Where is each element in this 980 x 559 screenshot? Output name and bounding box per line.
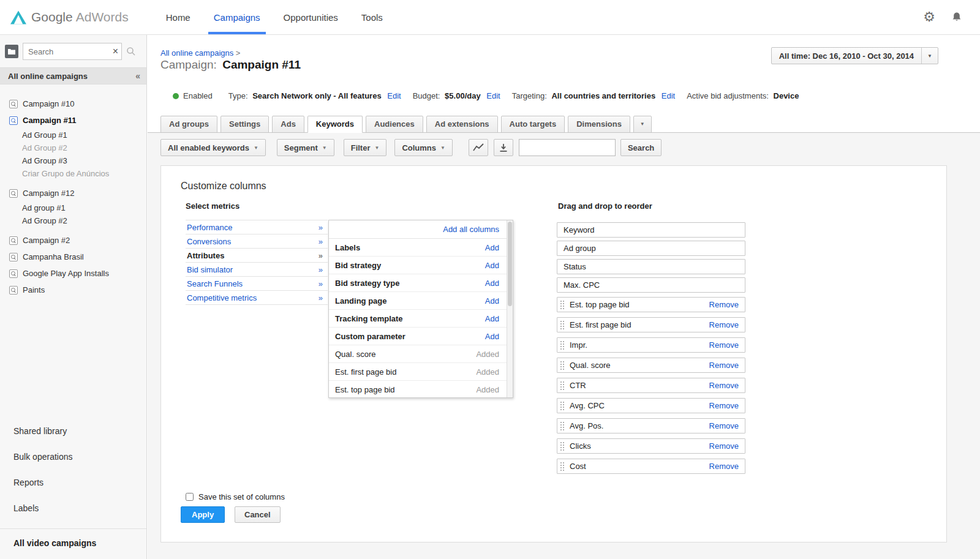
add-link[interactable]: Add [485,314,499,323]
remove-link[interactable]: Remove [709,320,739,329]
column-chip-draggable[interactable]: Avg. CPC Remove [557,398,745,413]
sidebar-item-ad-group-2[interactable]: Ad Group #2 [0,141,146,154]
apply-button[interactable]: Apply [181,506,225,523]
scrollbar-thumb[interactable] [508,222,512,306]
sidebar-item-campaign-11[interactable]: Campaign #11 [0,112,146,129]
sidebar-item-ad-group-1[interactable]: Ad Group #1 [0,129,146,141]
category-competitive-metrics[interactable]: Competitive metrics » [186,291,328,305]
tab-audiences[interactable]: Audiences [366,116,423,133]
keywords-filter-dropdown[interactable]: All enabled keywords ▼ [160,139,266,156]
tab-overflow-menu[interactable]: ▼ [633,116,652,133]
tab-keywords[interactable]: Keywords [307,116,363,133]
column-chip-draggable[interactable]: Impr. Remove [557,337,745,353]
columns-dropdown[interactable]: Columns ▼ [394,139,453,156]
sidebar-item-campaign-12[interactable]: Campaign #12 [0,185,146,201]
sidebar-item-campaign-10[interactable]: Campaign #10 [0,96,146,112]
drag-handle-icon[interactable] [560,421,565,431]
download-button[interactable] [494,139,513,156]
sidebar-item-ad-group-1b[interactable]: Ad group #1 [0,201,146,214]
adwords-logo[interactable]: Google AdWords [0,10,134,25]
column-chip-draggable[interactable]: Est. top page bid Remove [557,297,745,312]
remove-link[interactable]: Remove [709,462,739,471]
drag-handle-icon[interactable] [560,300,565,310]
nav-campaigns[interactable]: Campaigns [202,0,272,34]
metrics-scrollbar[interactable] [507,220,513,397]
category-search-funnels[interactable]: Search Funnels » [186,277,328,291]
breadcrumb-link-all-online-campaigns[interactable]: All online campaigns [160,48,233,58]
sidebar-item-bulk-operations[interactable]: Bulk operations [0,444,146,470]
save-columns-checkbox[interactable] [186,493,194,501]
column-chip-draggable[interactable]: Qual. score Remove [557,358,745,373]
tab-ads[interactable]: Ads [272,116,304,133]
edit-type-link[interactable]: Edit [387,91,401,100]
sidebar-item-paints[interactable]: Paints [0,282,146,298]
tab-dimensions[interactable]: Dimensions [568,116,630,133]
add-link[interactable]: Add [485,296,499,306]
category-performance[interactable]: Performance » [186,220,328,234]
clear-search-icon[interactable]: × [113,45,118,57]
add-link[interactable]: Add [485,261,499,270]
search-button[interactable]: Search [620,139,662,156]
remove-link[interactable]: Remove [709,340,739,350]
sidebar-item-shared-library[interactable]: Shared library [0,418,146,444]
add-link[interactable]: Add [485,279,499,288]
chart-button[interactable] [469,139,488,156]
column-chip-draggable[interactable]: CTR Remove [557,378,745,393]
category-bid-simulator[interactable]: Bid simulator » [186,263,328,277]
search-icon[interactable] [126,47,136,56]
tab-ad-extensions[interactable]: Ad extensions [426,116,498,133]
drag-handle-icon[interactable] [560,320,565,330]
keyword-search-input[interactable] [519,139,616,156]
column-chip-draggable[interactable]: Cost Remove [557,459,745,474]
settings-gear-icon[interactable]: ⚙ [923,10,935,24]
notifications-bell-icon[interactable] [951,11,963,23]
nav-tools[interactable]: Tools [350,0,394,34]
edit-budget-link[interactable]: Edit [486,91,500,100]
sidebar-item-labels[interactable]: Labels [0,495,146,521]
remove-link[interactable]: Remove [709,381,739,390]
add-link[interactable]: Add [485,332,499,341]
date-range-selector[interactable]: All time: Dec 16, 2010 - Oct 30, 2014 ▼ [771,47,938,64]
sidebar-item-criar-grupo[interactable]: Criar Grupo de Anúncios [0,167,146,180]
column-chip-draggable[interactable]: Est. first page bid Remove [557,317,745,332]
remove-link[interactable]: Remove [709,421,739,430]
column-chip-draggable[interactable]: Avg. Pos. Remove [557,418,745,433]
category-conversions[interactable]: Conversions » [186,234,328,249]
sidebar-item-ad-group-3[interactable]: Ad Group #3 [0,154,146,167]
remove-link[interactable]: Remove [709,361,739,370]
sidebar-item-reports[interactable]: Reports [0,470,146,495]
remove-link[interactable]: Remove [709,300,739,309]
add-all-columns-link[interactable]: Add all columns [443,225,499,234]
sidebar-search-input[interactable] [23,43,122,60]
drag-handle-icon[interactable] [560,340,565,350]
drag-handle-icon[interactable] [560,441,565,451]
cancel-button[interactable]: Cancel [235,506,281,523]
tab-settings[interactable]: Settings [221,116,269,133]
tab-ad-groups[interactable]: Ad groups [160,116,217,133]
drag-handle-icon[interactable] [560,381,565,391]
category-attributes[interactable]: Attributes » [186,249,328,263]
sidebar-item-ad-group-2b[interactable]: Ad Group #2 [0,214,146,227]
sidebar-item-campaign-2[interactable]: Campaign #2 [0,232,146,249]
drag-handle-icon[interactable] [560,401,565,411]
remove-link[interactable]: Remove [709,401,739,410]
remove-link[interactable]: Remove [709,441,739,451]
drag-handle-icon[interactable] [560,462,565,471]
drag-handle-icon[interactable] [560,361,565,370]
sidebar-item-campanha-brasil[interactable]: Campanha Brasil [0,249,146,265]
nav-opportunities[interactable]: Opportunities [272,0,350,34]
campaign-icon [9,189,18,198]
tab-auto-targets[interactable]: Auto targets [501,116,565,133]
column-chip-draggable[interactable]: Clicks Remove [557,438,745,454]
sidebar-item-label: Google Play App Installs [23,269,109,278]
nav-home[interactable]: Home [154,0,202,34]
folder-icon[interactable] [5,45,18,58]
sidebar-item-all-video-campaigns[interactable]: All video campaigns [0,528,146,559]
sidebar-item-all-online-campaigns[interactable]: All online campaigns « [0,67,146,84]
collapse-sidebar-icon[interactable]: « [135,71,140,81]
edit-targeting-link[interactable]: Edit [662,91,675,100]
sidebar-item-google-play-app-installs[interactable]: Google Play App Installs [0,265,146,282]
add-link[interactable]: Add [485,243,499,252]
segment-dropdown[interactable]: Segment ▼ [277,139,334,156]
filter-dropdown[interactable]: Filter ▼ [344,139,387,156]
